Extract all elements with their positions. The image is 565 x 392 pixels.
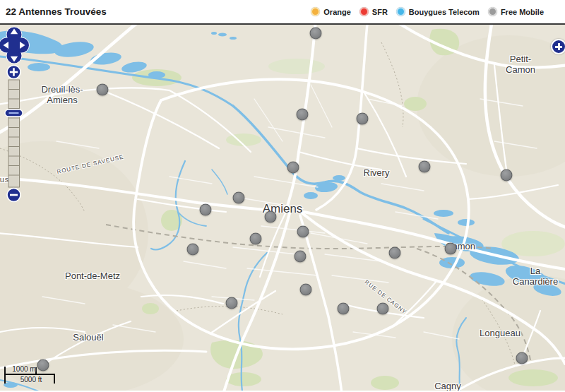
antenna-marker[interactable] [516,352,528,364]
antenna-marker[interactable] [97,84,109,96]
zoom-in-button[interactable] [7,66,20,79]
map-canvas[interactable] [0,25,565,391]
operator-color-icon [396,7,405,16]
antenna-marker[interactable] [297,109,309,121]
operator-color-icon [488,7,497,16]
operator-color-icon [359,7,369,16]
legend-label: Free Mobile [501,8,544,16]
legend-item-sfr[interactable]: SFR [359,7,388,16]
map-container: 1000 m 5000 ft Dreuil-lès- AmiensPetit-C… [0,23,565,391]
zoom-in-button-right[interactable] [551,39,565,54]
legend-label: Bouygues Telecom [409,8,480,16]
legend-item-orange[interactable]: Orange [311,7,351,16]
antenna-marker[interactable] [300,284,312,296]
antenna-finder-app: 22 Antennes Trouvées OrangeSFRBouygues T… [0,0,565,392]
zoom-slider-track[interactable] [8,80,20,187]
legend-item-free-mobile[interactable]: Free Mobile [488,7,544,16]
antenna-marker[interactable] [187,244,199,256]
antenna-marker[interactable] [295,251,307,263]
antenna-marker[interactable] [287,162,299,174]
antenna-marker[interactable] [297,226,309,238]
antenna-marker[interactable] [445,243,457,255]
antenna-marker[interactable] [233,192,245,204]
pan-control[interactable] [0,28,29,64]
zoom-slider-handle[interactable] [5,109,23,117]
legend-label: SFR [372,8,388,16]
legend-label: Orange [323,8,351,16]
antenna-marker[interactable] [310,28,322,40]
legend-item-bouygues-telecom[interactable]: Bouygues Telecom [396,7,480,16]
header-bar: 22 Antennes Trouvées OrangeSFRBouygues T… [0,0,565,23]
antenna-marker[interactable] [37,360,49,372]
antenna-marker[interactable] [377,303,389,315]
antenna-marker[interactable] [265,211,277,223]
antenna-marker[interactable] [200,204,212,216]
legend: OrangeSFRBouygues TelecomFree Mobile [311,7,544,16]
antenna-marker[interactable] [357,113,369,125]
antenna-marker[interactable] [501,170,513,182]
operator-color-icon [311,7,320,16]
antenna-marker[interactable] [419,161,431,173]
zoom-out-button[interactable] [7,189,20,202]
antenna-marker[interactable] [226,297,238,309]
map-zoom-pan-control [0,25,30,205]
antenna-marker[interactable] [338,303,350,315]
antenna-marker[interactable] [389,247,401,259]
results-count-title: 22 Antennes Trouvées [6,6,107,17]
antenna-marker[interactable] [250,233,262,245]
